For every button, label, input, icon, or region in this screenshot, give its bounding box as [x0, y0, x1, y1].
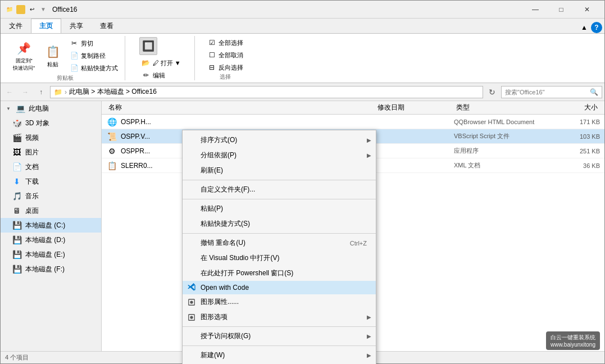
minimize-button[interactable]: — — [522, 1, 548, 19]
select-all-icon: ☑ — [207, 38, 216, 47]
menu-item-custom-folder[interactable]: 自定义文件夹(F)... — [183, 182, 376, 197]
sort-by-text: 排序方式(O) — [201, 135, 367, 145]
sidebar-item-local-e[interactable]: 💾 本地磁盘 (E:) — [1, 247, 101, 262]
new-text: 新建(W) — [201, 351, 367, 360]
sidebar-item-local-f[interactable]: 💾 本地磁盘 (F:) — [1, 262, 101, 276]
cut-button[interactable]: ✂ 剪切 — [67, 38, 120, 49]
file-size-ospp-h: 171 KB — [555, 119, 600, 125]
sidebar-item-local-d[interactable]: 💾 本地磁盘 (D:) — [1, 233, 101, 247]
menu-item-new[interactable]: 新建(W) ▶ — [183, 348, 376, 363]
back-button[interactable]: ← — [3, 85, 16, 99]
scissors-icon: ✂ — [70, 39, 79, 48]
downloads-icon: ⬇ — [12, 176, 22, 186]
window-icon-1: 📁 — [5, 5, 14, 14]
paste-icon: 📋 — [44, 43, 62, 61]
help-button[interactable]: ? — [591, 22, 602, 33]
menu-item-grant-access[interactable]: 授予访问权限(G) ▶ — [183, 329, 376, 344]
sidebar-item-downloads[interactable]: ⬇ 下载 — [1, 174, 101, 189]
edit-button[interactable]: ✏ 编辑 — [139, 70, 167, 81]
sidebar-item-documents[interactable]: 📄 文档 — [1, 160, 101, 174]
paste-button[interactable]: 📋 粘贴 — [40, 40, 65, 71]
downloads-label: 下载 — [25, 177, 39, 186]
menu-item-open-vs[interactable]: 在 Visual Studio 中打开(V) — [183, 251, 376, 266]
undo-icon[interactable]: ↩ — [28, 5, 37, 14]
local-d-label: 本地磁盘 (D:) — [25, 235, 65, 245]
menu-item-open-with-code[interactable]: Open with Code — [183, 281, 376, 294]
paste-label: 粘贴 — [47, 61, 58, 69]
menu-item-refresh[interactable]: 刷新(E) — [183, 163, 376, 178]
separator-2 — [183, 199, 376, 199]
col-header-name[interactable]: 名称 — [106, 103, 375, 112]
menu-item-graphic-props[interactable]: 图形属性...... — [183, 294, 376, 310]
invert-selection-button[interactable]: ⊟ 反向选择 — [205, 62, 245, 73]
paste-shortcut-icon: 📄 — [70, 63, 79, 72]
ribbon: 文件 主页 共享 查看 ▲ ? 📌 固定到"快速访问" 📋 粘贴 — [1, 19, 604, 83]
select-none-button[interactable]: ☐ 全部取消 — [205, 49, 245, 61]
file-icon-slerr: 📋 — [106, 160, 117, 171]
col-header-date[interactable]: 修改日期 — [375, 103, 454, 112]
col-header-type[interactable]: 类型 — [454, 103, 555, 112]
file-name-ospp-h: OSPP.H... — [121, 118, 375, 126]
close-button[interactable]: ✕ — [574, 1, 600, 19]
up-button[interactable]: ↑ — [34, 85, 48, 99]
tab-home[interactable]: 主页 — [31, 19, 61, 33]
tab-share[interactable]: 共享 — [61, 19, 92, 33]
tab-file[interactable]: 文件 — [1, 19, 31, 33]
sidebar-item-this-pc[interactable]: ▼ 💻 此电脑 — [1, 101, 101, 116]
sidebar-item-video[interactable]: 🎬 视频 — [1, 130, 101, 145]
save-icon[interactable] — [16, 5, 25, 14]
sidebar-item-desktop[interactable]: 🖥 桌面 — [1, 203, 101, 218]
menu-item-sort-by[interactable]: 排序方式(O) ▶ — [183, 133, 376, 148]
local-c-icon: 💾 — [12, 220, 22, 230]
search-box: 🔍 — [501, 86, 602, 98]
local-e-icon: 💾 — [12, 249, 22, 260]
menu-item-open-powershell[interactable]: 在此处打开 Powershell 窗口(S) — [183, 266, 376, 281]
copy-path-button[interactable]: 📄 复制路径 — [67, 50, 120, 61]
vscode-icon — [187, 283, 196, 292]
file-size-ospp-v: 103 KB — [555, 133, 600, 140]
undo-shortcut: Ctrl+Z — [350, 240, 367, 247]
open-small-button[interactable]: 📂 🖊 打开 ▼ — [139, 57, 183, 69]
refresh-button[interactable]: ↻ — [485, 86, 499, 98]
sidebar-item-pictures[interactable]: 🖼 图片 — [1, 145, 101, 160]
col-header-size[interactable]: 大小 — [555, 103, 600, 112]
sidebar-item-3d-objects[interactable]: 🎲 3D 对象 — [1, 116, 101, 130]
clipboard-content: 📌 固定到"快速访问" 📋 粘贴 ✂ 剪切 📄 — [10, 37, 120, 74]
menu-item-graphic-options[interactable]: 图形选项 ▶ — [183, 310, 376, 325]
desktop-label: 桌面 — [25, 206, 39, 216]
sidebar-item-local-c[interactable]: 💾 本地磁盘 (C:) — [1, 218, 101, 233]
forward-button[interactable]: → — [19, 85, 32, 99]
maximize-button[interactable]: □ — [548, 1, 574, 19]
clipboard-label: 剪贴板 — [57, 74, 74, 82]
invert-icon: ⊟ — [207, 63, 216, 72]
search-icon[interactable]: 🔍 — [590, 88, 598, 96]
this-pc-icon: 💻 — [15, 103, 25, 113]
paste-shortcut-ribbon-button[interactable]: 📄 粘贴快捷方式 — [67, 62, 120, 74]
file-icon-osppr: ⚙ — [106, 145, 117, 157]
ribbon-tabs: 文件 主页 共享 查看 ▲ ? — [1, 19, 604, 33]
graphic-options-arrow: ▶ — [367, 314, 371, 320]
select-none-icon: ☐ — [207, 51, 216, 60]
ribbon-group-select: ☑ 全部选择 ☐ 全部取消 ⊟ 反向选择 选择 — [197, 36, 253, 80]
undo-text: 撤销 重命名(U) — [201, 238, 341, 248]
search-input[interactable] — [505, 89, 588, 95]
file-row-ospp-h[interactable]: 🌐 OSPP.H... QQBrowser HTML Document 171 … — [102, 115, 604, 129]
sidebar-item-music[interactable]: 🎵 音乐 — [1, 189, 101, 203]
refresh-text: 刷新(E) — [201, 166, 367, 175]
file-icon-ospp-v: 📜 — [106, 131, 117, 142]
properties-btn-large[interactable]: 🔲 — [139, 37, 157, 55]
pin-quick-access-button[interactable]: 📌 固定到"快速访问" — [10, 37, 38, 74]
window-controls: — □ ✕ — [522, 1, 600, 19]
select-all-button[interactable]: ☑ 全部选择 — [205, 37, 245, 48]
menu-item-paste[interactable]: 粘贴(P) — [183, 201, 376, 216]
grant-access-text: 授予访问权限(G) — [201, 331, 367, 341]
collapse-ribbon-button[interactable]: ▲ — [580, 23, 589, 32]
menu-item-undo[interactable]: 撤销 重命名(U) Ctrl+Z — [183, 235, 376, 251]
local-e-label: 本地磁盘 (E:) — [25, 250, 65, 260]
watermark: 白云一键重装系统 www.baiyunxitong — [546, 331, 600, 350]
paste-text: 粘贴(P) — [201, 204, 367, 213]
tab-view[interactable]: 查看 — [92, 19, 122, 33]
menu-item-paste-shortcut[interactable]: 粘贴快捷方式(S) — [183, 216, 376, 231]
menu-item-group-by[interactable]: 分组依据(P) ▶ — [183, 148, 376, 163]
address-path[interactable]: 📁 › 此电脑 > 本地磁盘 > Office16 — [50, 86, 483, 98]
